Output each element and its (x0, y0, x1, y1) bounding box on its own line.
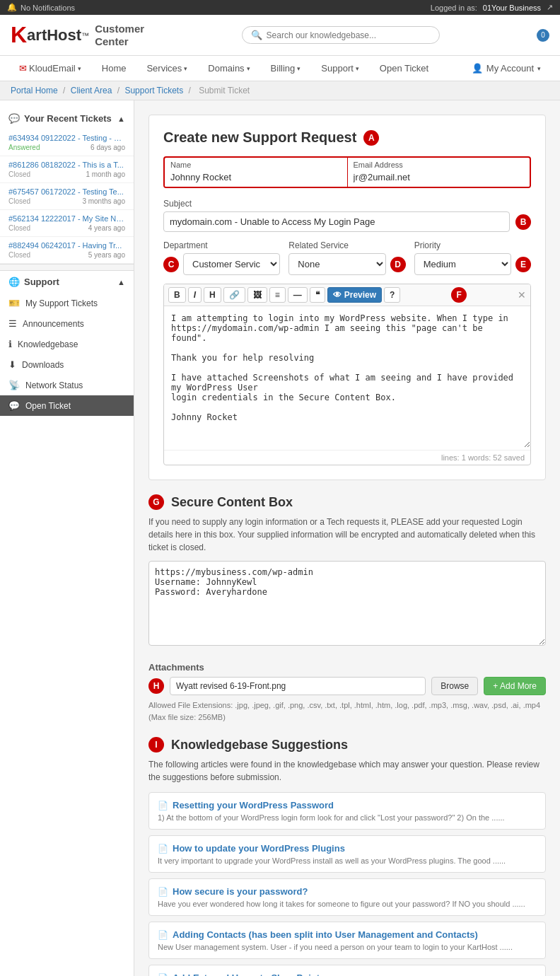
secure-textarea[interactable]: https://mybusiness.com/wp-admin Username… (148, 561, 546, 646)
secure-section: G Secure Content Box If you need to supp… (148, 494, 546, 648)
nav-home[interactable]: Home (93, 56, 135, 81)
name-input[interactable] (165, 169, 347, 187)
header: KartHost™ Customer Center 🔍 0 (0, 15, 560, 56)
nav-services[interactable]: Services ▾ (138, 56, 196, 81)
breadcrumb-sep2: / (117, 86, 122, 95)
form-title-text: Create new Support Request (163, 129, 356, 146)
priority-label: Priority (414, 240, 531, 250)
sidebar-item-announcements[interactable]: ☰ Announcements (0, 313, 134, 334)
browse-button[interactable]: Browse (431, 677, 478, 695)
label-badge-d: D (390, 257, 406, 272)
secure-title-row: G Secure Content Box (148, 494, 546, 510)
subject-input[interactable] (163, 211, 510, 232)
attachment-row: H Browse + Add More (148, 677, 546, 695)
sidebar: 💬 Your Recent Tickets ▲ #634934 09122022… (0, 100, 134, 976)
editor-close-icon[interactable]: ✕ (518, 289, 526, 301)
label-badge-f: F (451, 287, 467, 303)
ticket-list-icon: 💬 (8, 113, 20, 124)
sidebar-item-network-status[interactable]: 📡 Network Status (0, 375, 134, 395)
kb-doc-icon-2: 📄 (158, 887, 168, 897)
ticket-item-2[interactable]: #675457 06172022 - Testing Te... Closed … (0, 183, 134, 210)
announcements-icon: ☰ (8, 318, 17, 329)
ticket-meta-1: Closed 1 month ago (8, 170, 125, 178)
help-button[interactable]: ? (384, 287, 400, 303)
name-email-row: Name Email Address (163, 156, 531, 188)
external-link-icon: ↗ (547, 3, 553, 12)
sidebar-item-downloads[interactable]: ⬇ Downloads (0, 354, 134, 375)
breadcrumb-support-tickets[interactable]: Support Tickets (124, 86, 183, 95)
kb-item-3[interactable]: 📄 Adding Contacts (has been split into U… (148, 922, 546, 959)
recent-tickets-title: Your Recent Tickets (24, 113, 112, 124)
priority-select[interactable]: Medium (414, 253, 511, 275)
nav-kloudemail[interactable]: ✉ KloudEmail ▾ (11, 56, 90, 81)
editor-toolbar: B I H 🔗 🖼 ≡ — ❝ 👁 Preview ? F ✕ I (163, 284, 531, 465)
bold-button[interactable]: B (168, 287, 186, 303)
hr-button[interactable]: — (288, 287, 308, 303)
ticket-title-0: #634934 09122022 - Testing - N... (8, 134, 125, 142)
ticket-item-1[interactable]: #861286 08182022 - This is a T... Closed… (0, 156, 134, 183)
related-service-label: Related Service (288, 240, 405, 250)
cart-badge[interactable]: 0 (537, 29, 549, 42)
kb-item-4[interactable]: 📄 Add External Users to SharePoint Add E… (148, 965, 546, 976)
breadcrumb-client-area[interactable]: Client Area (71, 86, 112, 95)
kb-item-desc-2: Have you ever wondered how long it takes… (158, 900, 537, 908)
nav-services-label: Services (146, 63, 182, 74)
user-name[interactable]: 01Your Business (483, 4, 541, 12)
sidebar-item-open-ticket[interactable]: 💬 Open Ticket (0, 395, 134, 416)
main-layout: 💬 Your Recent Tickets ▲ #634934 09122022… (0, 100, 560, 976)
support-section-header[interactable]: 🌐 Support ▲ (0, 271, 134, 293)
secure-desc: If you need to supply any login informat… (148, 516, 546, 554)
ticket-time-0: 6 days ago (91, 144, 125, 151)
breadcrumb-portal-home[interactable]: Portal Home (11, 86, 58, 95)
ticket-item-4[interactable]: #882494 06242017 - Having Tr... Closed 5… (0, 237, 134, 264)
toolbar-buttons: B I H 🔗 🖼 ≡ — ❝ 👁 Preview ? F ✕ (164, 284, 530, 306)
sidebar-label-my-support-tickets: My Support Tickets (25, 298, 98, 308)
sidebar-item-knowledgebase[interactable]: ℹ Knowledgebase (0, 334, 134, 354)
ticket-item-0[interactable]: #634934 09122022 - Testing - N... Answer… (0, 129, 134, 156)
image-button[interactable]: 🖼 (247, 287, 267, 303)
add-more-button[interactable]: + Add More (484, 677, 546, 695)
ticket-status-1: Closed (8, 170, 30, 178)
recent-tickets-header[interactable]: 💬 Your Recent Tickets ▲ (0, 108, 134, 129)
ticket-meta-2: Closed 3 months ago (8, 197, 125, 205)
nav-billing[interactable]: Billing ▾ (262, 56, 310, 81)
ticket-meta-3: Closed 4 years ago (8, 224, 125, 232)
nav-home-label: Home (102, 63, 127, 74)
related-service-select[interactable]: None (288, 253, 385, 275)
italic-button[interactable]: I (188, 287, 202, 303)
department-select[interactable]: Customer Servic (183, 253, 280, 275)
editor-footer: lines: 1 words: 52 saved (164, 450, 530, 465)
nav-domains[interactable]: Domains ▾ (199, 56, 258, 81)
logo[interactable]: KartHost™ Customer Center (11, 22, 144, 48)
kb-item-0[interactable]: 📄 Resetting your WordPress Password 1) A… (148, 792, 546, 830)
sidebar-item-my-support-tickets[interactable]: 🎫 My Support Tickets (0, 293, 134, 313)
search-input[interactable] (267, 30, 431, 40)
nav-support[interactable]: Support ▾ (313, 56, 368, 81)
preview-button[interactable]: 👁 Preview (327, 287, 382, 303)
kb-item-1[interactable]: 📄 How to update your WordPress Plugins I… (148, 835, 546, 873)
nav-my-account[interactable]: 👤 My Account ▾ (463, 56, 549, 81)
kb-item-title-1: 📄 How to update your WordPress Plugins (158, 843, 537, 854)
attachment-filename[interactable] (170, 677, 426, 695)
list-button[interactable]: ≡ (269, 287, 286, 303)
ticket-item-3[interactable]: #562134 12222017 - My Site Ne... Closed … (0, 210, 134, 237)
kb-item-2[interactable]: 📄 How secure is your password? Have you … (148, 878, 546, 916)
nav-open-ticket[interactable]: Open Ticket (371, 56, 437, 81)
info-icon: ℹ (8, 339, 12, 349)
preview-label: Preview (344, 290, 376, 300)
quote-button[interactable]: ❝ (310, 287, 325, 303)
heading-button[interactable]: H (204, 287, 221, 303)
logo-area: KartHost™ Customer Center (11, 22, 144, 48)
search-bar[interactable]: 🔍 (242, 26, 440, 44)
email-input[interactable] (348, 169, 530, 187)
kb-title-row: I Knowledgebase Suggestions (148, 737, 546, 753)
link-button[interactable]: 🔗 (223, 287, 245, 303)
kb-item-title-3: 📄 Adding Contacts (has been split into U… (158, 929, 537, 940)
ticket-status-0: Answered (8, 144, 40, 151)
breadcrumb-submit-ticket: Submit Ticket (199, 86, 250, 95)
editor-textarea[interactable]: I am attempting to login into my WordPre… (164, 306, 530, 448)
person-icon: 👤 (472, 63, 483, 74)
chevron-down-icon-account: ▾ (537, 65, 541, 72)
attachments-label: Attachments (148, 662, 546, 673)
department-label: Department (163, 240, 280, 250)
